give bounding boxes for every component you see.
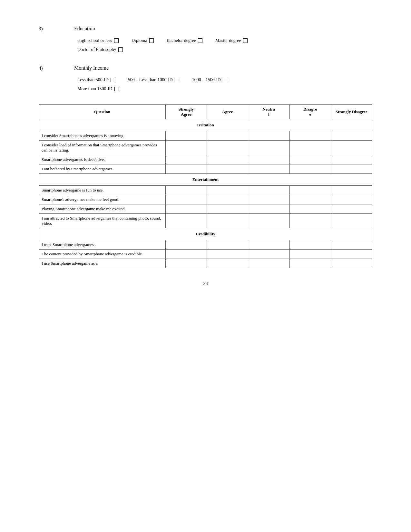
500to1000-checkbox[interactable] xyxy=(175,78,179,82)
answer-cell xyxy=(289,195,331,204)
section-title-education: Education xyxy=(74,26,95,32)
answer-cell xyxy=(207,240,248,250)
question-cell: Smartphone advergame is fun to use. xyxy=(39,186,166,195)
answer-cell xyxy=(248,259,289,268)
table-row: I use Smartphone advergame as a xyxy=(39,259,372,268)
question-cell: Smartphone advergames is deceptive. xyxy=(39,155,166,164)
option-gt1500: More than 1500 JD xyxy=(77,86,119,92)
education-options-row-2: Doctor of Philosophy xyxy=(77,47,372,52)
answer-cell xyxy=(207,259,248,268)
irritation-label: Irritation xyxy=(39,119,372,131)
table-row: I consider Smartphone's advergames is an… xyxy=(39,131,372,141)
question-cell: I consider load of information that Smar… xyxy=(39,141,166,155)
col-header-strongly-disagree: Strongly Disagree xyxy=(331,105,372,119)
table-row: Smartphone advergame is fun to use. xyxy=(39,186,372,195)
phd-checkbox[interactable] xyxy=(118,47,123,52)
table-row: Smartphone's advergames make me feel goo… xyxy=(39,195,372,204)
answer-cell xyxy=(207,141,248,155)
answer-cell xyxy=(248,214,289,228)
answer-cell xyxy=(165,259,207,268)
answer-cell xyxy=(165,240,207,250)
section-irritation-header: Irritation xyxy=(39,119,372,131)
answer-cell xyxy=(207,204,248,214)
answer-cell xyxy=(331,141,372,155)
answer-cell xyxy=(248,250,289,259)
diploma-label: Diploma xyxy=(132,38,147,43)
highschool-checkbox[interactable] xyxy=(114,38,119,43)
question-cell: Playing Smartphone advergame make me exc… xyxy=(39,204,166,214)
question-cell: Smartphone's advergames make me feel goo… xyxy=(39,195,166,204)
phd-label: Doctor of Philosophy xyxy=(77,47,116,52)
answer-cell xyxy=(165,164,207,174)
question-cell: I consider Smartphone's advergames is an… xyxy=(39,131,166,141)
answer-cell xyxy=(165,195,207,204)
answer-cell xyxy=(331,155,372,164)
answer-cell xyxy=(165,155,207,164)
answer-cell xyxy=(165,131,207,141)
answer-cell xyxy=(331,204,372,214)
section-number-3: 3) xyxy=(39,26,48,32)
answer-cell xyxy=(207,186,248,195)
diploma-checkbox[interactable] xyxy=(149,38,154,43)
question-cell: The content provided by Smartphone adver… xyxy=(39,250,166,259)
question-cell: I am attracted to Smartphone advergames … xyxy=(39,214,166,228)
income-options-row-1: Less than 500 JD 500 – Less than 1000 JD… xyxy=(77,77,372,83)
answer-cell xyxy=(289,204,331,214)
master-checkbox[interactable] xyxy=(243,38,248,43)
section-education: 3) Education High school or less Diploma… xyxy=(39,26,372,52)
col-header-strongly-agree: StronglyAgree xyxy=(165,105,207,119)
answer-cell xyxy=(289,186,331,195)
answer-cell xyxy=(289,214,331,228)
section-income: 4) Monthly Income Less than 500 JD 500 –… xyxy=(39,65,372,92)
survey-table: Question StronglyAgree Agree Neutral Dis… xyxy=(39,104,372,268)
table-row: I am attracted to Smartphone advergames … xyxy=(39,214,372,228)
answer-cell xyxy=(331,131,372,141)
question-cell: I am bothered by Smartphone advergames. xyxy=(39,164,166,174)
answer-cell xyxy=(165,141,207,155)
gt1500-checkbox[interactable] xyxy=(114,87,119,91)
col-header-agree: Agree xyxy=(207,105,248,119)
education-options-row-1: High school or less Diploma Bachelor deg… xyxy=(77,38,372,43)
option-bachelor: Bachelor degree xyxy=(167,38,202,43)
table-header-row: Question StronglyAgree Agree Neutral Dis… xyxy=(39,105,372,119)
answer-cell xyxy=(331,240,372,250)
lt500-label: Less than 500 JD xyxy=(77,77,109,83)
answer-cell xyxy=(248,240,289,250)
question-cell: I trust Smartphone advergames . xyxy=(39,240,166,250)
answer-cell xyxy=(248,164,289,174)
answer-cell xyxy=(331,186,372,195)
answer-cell xyxy=(289,164,331,174)
answer-cell xyxy=(165,214,207,228)
option-diploma: Diploma xyxy=(132,38,154,43)
answer-cell xyxy=(207,195,248,204)
1000to1500-checkbox[interactable] xyxy=(223,78,227,82)
gt1500-label: More than 1500 JD xyxy=(77,86,113,92)
answer-cell xyxy=(289,259,331,268)
bachelor-label: Bachelor degree xyxy=(167,38,196,43)
answer-cell xyxy=(248,131,289,141)
bachelor-checkbox[interactable] xyxy=(198,38,202,43)
answer-cell xyxy=(289,250,331,259)
answer-cell xyxy=(289,240,331,250)
option-500to1000: 500 – Less than 1000 JD xyxy=(128,77,179,83)
table-row: Playing Smartphone advergame make me exc… xyxy=(39,204,372,214)
page-number: 23 xyxy=(39,281,372,286)
answer-cell xyxy=(165,250,207,259)
option-phd: Doctor of Philosophy xyxy=(77,47,123,52)
1000to1500-label: 1000 – 1500 JD xyxy=(192,77,221,83)
answer-cell xyxy=(331,250,372,259)
section-entertainment-header: Entertainment xyxy=(39,174,372,186)
section-number-4: 4) xyxy=(39,65,48,71)
lt500-checkbox[interactable] xyxy=(111,78,115,82)
answer-cell xyxy=(331,259,372,268)
answer-cell xyxy=(207,155,248,164)
entertainment-label: Entertainment xyxy=(39,174,372,186)
option-lt500: Less than 500 JD xyxy=(77,77,115,83)
answer-cell xyxy=(331,164,372,174)
section-title-income: Monthly Income xyxy=(74,65,109,71)
answer-cell xyxy=(289,155,331,164)
answer-cell xyxy=(207,164,248,174)
answer-cell xyxy=(248,204,289,214)
answer-cell xyxy=(165,186,207,195)
option-1000to1500: 1000 – 1500 JD xyxy=(192,77,227,83)
